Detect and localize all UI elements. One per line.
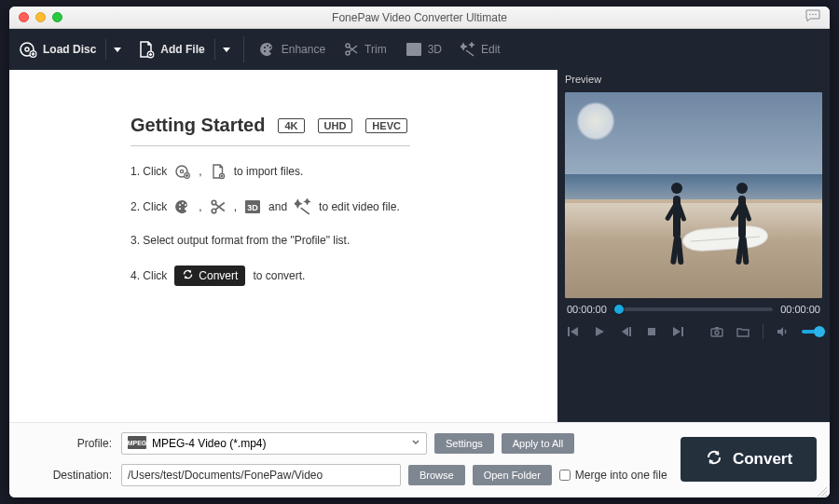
step-2-text-c: to edit video file.: [319, 200, 400, 213]
svg-point-18: [181, 170, 184, 172]
volume-slider[interactable]: [802, 330, 820, 334]
svg-point-10: [267, 45, 268, 47]
three-d-button[interactable]: 3D 3D: [396, 29, 451, 70]
badge-4k: 4K: [278, 118, 304, 133]
step-back-button[interactable]: [619, 325, 632, 338]
content-pane: Getting Started 4K UHD HEVC 1. Click , t…: [9, 70, 557, 422]
step-4-text-b: to convert.: [253, 269, 305, 282]
svg-point-24: [179, 208, 181, 210]
svg-point-1: [812, 13, 814, 15]
add-file-button[interactable]: Add File: [129, 29, 213, 70]
snapshot-button[interactable]: [710, 325, 723, 338]
svg-text:3D: 3D: [247, 203, 258, 212]
svg-marker-37: [673, 327, 681, 336]
main-toolbar: Load Disc Add File Enhance Trim: [9, 29, 830, 70]
getting-started-title: Getting Started: [131, 115, 265, 136]
close-window-button[interactable]: [19, 12, 29, 22]
browse-button[interactable]: Browse: [408, 465, 465, 485]
svg-point-21: [179, 204, 181, 206]
mpeg-icon: MPEG: [128, 436, 146, 452]
disc-icon: [174, 163, 191, 180]
chevron-down-icon: [411, 437, 420, 450]
step-2-sep-1: ,: [199, 200, 201, 213]
svg-marker-32: [571, 327, 578, 336]
three-d-icon: 3D: [244, 198, 261, 215]
svg-rect-36: [648, 328, 655, 335]
svg-point-11: [269, 47, 271, 48]
file-add-icon: [138, 40, 155, 59]
edit-button[interactable]: Edit: [451, 29, 510, 70]
resize-grip[interactable]: [817, 484, 828, 496]
palette-icon: [174, 198, 191, 215]
svg-rect-38: [681, 327, 683, 336]
svg-rect-35: [629, 327, 631, 336]
merge-checkbox[interactable]: [559, 470, 571, 481]
preview-label: Preview: [557, 70, 830, 89]
enhance-button[interactable]: Enhance: [250, 29, 335, 70]
minimize-window-button[interactable]: [35, 12, 46, 22]
play-button[interactable]: [593, 325, 606, 338]
add-file-label: Add File: [160, 43, 204, 56]
settings-button[interactable]: Settings: [434, 433, 494, 454]
trim-button[interactable]: Trim: [335, 29, 396, 70]
body-area: Getting Started 4K UHD HEVC 1. Click , t…: [9, 70, 830, 422]
badge-uhd: UHD: [318, 118, 353, 133]
file-add-icon: [210, 163, 227, 180]
transport-controls: [557, 320, 830, 347]
next-button[interactable]: [671, 325, 684, 338]
destination-input[interactable]: [121, 464, 401, 486]
load-disc-dropdown[interactable]: [106, 46, 129, 53]
preview-video[interactable]: [565, 92, 822, 298]
time-total: 00:00:00: [780, 304, 820, 315]
step-1: 1. Click , to import files.: [131, 163, 535, 180]
prev-button[interactable]: [567, 325, 580, 338]
titlebar: FonePaw Video Converter Ultimate: [9, 7, 830, 29]
convert-pill: Convert: [174, 266, 245, 286]
open-folder-button[interactable]: Open Folder: [473, 465, 552, 485]
chevron-down-icon: [223, 46, 230, 53]
svg-point-22: [182, 202, 184, 204]
refresh-icon: [182, 268, 194, 283]
step-4-text-a: 4. Click: [131, 269, 167, 282]
disc-icon: [19, 40, 37, 59]
scissors-icon: [344, 42, 359, 57]
merge-checkbox-wrap[interactable]: Merge into one file: [559, 469, 667, 482]
enhance-label: Enhance: [282, 43, 325, 56]
snapshot-folder-button[interactable]: [736, 325, 750, 338]
apply-all-button[interactable]: Apply to All: [502, 433, 574, 454]
merge-label: Merge into one file: [575, 469, 667, 482]
refresh-icon: [705, 448, 723, 471]
svg-marker-34: [622, 327, 628, 336]
profile-select[interactable]: MPEG MPEG-4 Video (*.mp4): [121, 432, 427, 455]
add-file-dropdown[interactable]: [215, 46, 238, 53]
step-2-sep-2: ,: [234, 200, 237, 213]
step-1-text-b: to import files.: [234, 165, 304, 178]
time-current: 00:00:00: [567, 304, 607, 315]
step-4: 4. Click Convert to convert.: [131, 266, 535, 286]
svg-rect-39: [711, 329, 722, 336]
maximize-window-button[interactable]: [52, 12, 62, 22]
svg-point-2: [815, 13, 817, 15]
svg-point-26: [212, 209, 216, 213]
svg-point-25: [212, 200, 216, 205]
svg-marker-33: [596, 327, 604, 336]
svg-rect-31: [568, 327, 570, 336]
step-2: 2. Click , , 3D and to edit video file.: [131, 198, 535, 215]
step-1-sep: ,: [199, 165, 201, 178]
bottom-bar: Profile: MPEG MPEG-4 Video (*.mp4) Setti…: [9, 422, 830, 497]
load-disc-button[interactable]: Load Disc: [9, 29, 105, 70]
step-2-text-a: 2. Click: [131, 200, 167, 213]
svg-point-14: [346, 51, 350, 55]
step-3: 3. Select output format from the "Profil…: [131, 234, 535, 247]
volume-icon[interactable]: [776, 325, 789, 338]
seek-slider[interactable]: [614, 307, 773, 311]
wand-icon: [461, 42, 475, 57]
edit-label: Edit: [481, 43, 501, 56]
svg-rect-41: [715, 327, 719, 329]
profile-label: Profile:: [41, 437, 112, 450]
feedback-icon[interactable]: [805, 9, 820, 26]
svg-point-13: [346, 44, 350, 48]
convert-button[interactable]: Convert: [681, 437, 817, 482]
stop-button[interactable]: [645, 325, 658, 338]
svg-marker-6: [114, 48, 121, 52]
